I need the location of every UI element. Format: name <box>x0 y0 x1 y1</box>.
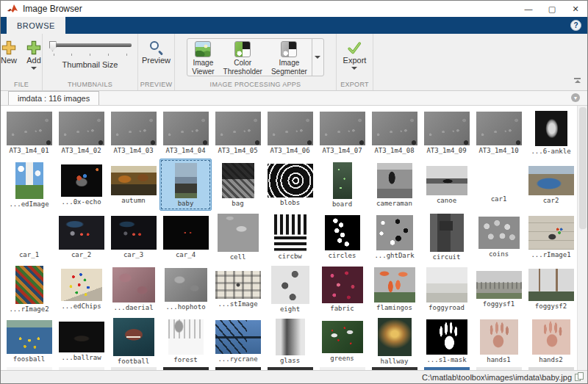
thumbnail-item-daerial[interactable]: ...daerial <box>107 263 159 315</box>
thumbnail-item-at3-1m4-08[interactable]: AT3_1m4_08 <box>368 106 420 159</box>
tab-options-icon[interactable]: ▾ <box>571 93 580 102</box>
image-viewer-button[interactable]: Image Viewer <box>187 39 218 76</box>
thumbnail-item-flamingos[interactable]: flamingos <box>368 263 420 315</box>
thumbnail-image <box>430 214 464 252</box>
thumbnail-image <box>322 267 363 303</box>
thumbnail-item-foggysf2[interactable]: foggysf2 <box>525 263 577 315</box>
apps-gallery-dropdown-button[interactable] <box>312 39 323 76</box>
thumbnail-item-stimage[interactable]: ...stImage <box>212 263 264 315</box>
thumbnail-item-0x-echo[interactable]: ...0x-echo <box>55 159 107 211</box>
image-segmenter-button[interactable]: Image Segmenter <box>267 39 312 76</box>
help-icon[interactable]: ? <box>570 20 581 31</box>
thumbnail-item-car2[interactable]: car2 <box>525 159 577 211</box>
thumbnail-item-football[interactable]: football <box>107 315 159 367</box>
thumbnail-item-blobs[interactable]: blobs <box>264 159 316 211</box>
thumbnail-item-foosball[interactable]: foosball <box>3 315 55 367</box>
thumbnail-item-car-4[interactable]: car_4 <box>159 211 212 263</box>
new-button[interactable]: New <box>0 38 21 66</box>
thumbnail-item-ballraw[interactable]: ...ballraw <box>55 315 107 367</box>
thumbnail-item-car-1[interactable]: car_1 <box>3 211 55 263</box>
thumbnail-item-foggyroad[interactable]: foggyroad <box>420 263 473 315</box>
thumbnail-item-hophoto[interactable]: ...hophoto <box>159 263 212 315</box>
thumbnail-image-partial <box>163 367 209 370</box>
thumbnail-item-edchips[interactable]: ...edChips <box>55 263 107 315</box>
thumbnail-item-hands1[interactable]: hands1 <box>473 315 525 367</box>
thumbnail-label: circbw <box>278 253 302 260</box>
thumbnail-item-6-ankle[interactable]: ...6-ankle <box>525 106 577 159</box>
thumbnail-image <box>111 216 157 250</box>
thumbnail-item-at3-1m4-06[interactable]: AT3_1m4_06 <box>264 106 316 159</box>
preview-button[interactable]: Preview <box>138 38 174 66</box>
thumbnail-item-hallway[interactable]: hallway <box>368 315 420 367</box>
thumbnail-item-cameraman[interactable]: cameraman <box>368 159 420 211</box>
collapse-ribbon-icon[interactable] <box>573 78 581 84</box>
thumbnail-item-fabric[interactable]: fabric <box>316 263 368 315</box>
thumbnail-item-car-2[interactable]: car_2 <box>55 211 107 263</box>
thumbnail-label: ...ghtDark <box>374 252 414 259</box>
slider-thumb[interactable] <box>49 41 57 51</box>
thumbnail-item-canoe[interactable]: canoe <box>420 159 473 211</box>
thumbnail-label: foosball <box>13 355 45 363</box>
thumbnail-label: cameraman <box>376 200 412 207</box>
thumbnail-image <box>374 267 415 303</box>
thumbnail-item-coins[interactable]: coins <box>473 211 525 263</box>
vertical-scrollbar[interactable] <box>577 106 587 370</box>
thumbnail-item-at3-1m4-03[interactable]: AT3_1m4_03 <box>107 106 159 159</box>
close-button[interactable]: ✕ <box>564 1 587 17</box>
thumbnail-item-autumn[interactable]: autumn <box>107 159 159 211</box>
scrollbar-thumb[interactable] <box>579 107 587 229</box>
color-thresholder-button[interactable]: Color Thresholder <box>219 39 267 76</box>
thumbnail-label: hands2 <box>539 356 563 363</box>
color-thresholder-icon <box>234 41 251 57</box>
maximize-button[interactable]: ▢ <box>540 1 564 17</box>
thumbnail-item-glass[interactable]: glass <box>264 315 316 367</box>
thumbnail-label: AT3_1m4_09 <box>426 147 466 154</box>
thumbnail-item-car1[interactable]: car1 <box>473 159 525 211</box>
thumbnail-item-rimage1[interactable]: ...rImage1 <box>525 211 577 263</box>
thumbnail-label: foggysf1 <box>483 300 514 308</box>
thumbnail-label: ...rycrane <box>218 355 257 363</box>
thumbnail-item-circles[interactable]: circles <box>316 211 368 263</box>
thumbnail-item-board[interactable]: board <box>316 159 368 211</box>
thumbnail-item-cell[interactable]: cell <box>212 211 264 263</box>
thumbnail-item-greens[interactable]: greens <box>316 315 368 367</box>
thumbnail-item-circbw[interactable]: circbw <box>264 211 316 263</box>
minimize-button[interactable]: — <box>517 1 540 17</box>
thumbnail-item-edimage[interactable]: ...edImage <box>3 159 55 211</box>
thumbnail-item-eight[interactable]: eight <box>264 263 316 315</box>
thumbnail-item-forest[interactable]: forest <box>159 315 212 367</box>
thumbnail-item-at3-1m4-09[interactable]: AT3_1m4_09 <box>420 106 473 159</box>
thumbnail-item-rycrane[interactable]: ...rycrane <box>212 315 264 367</box>
thumbnail-item-bag[interactable]: bag <box>212 159 264 211</box>
thumbnail-label: ...0x-echo <box>61 198 101 206</box>
thumbnail-item-circuit[interactable]: circuit <box>420 211 473 263</box>
thumbnail-item-car-3[interactable]: car_3 <box>107 211 159 263</box>
tab-browse[interactable]: BROWSE <box>7 17 65 34</box>
thumbnail-item-at3-1m4-04[interactable]: AT3_1m4_04 <box>159 106 212 159</box>
thumbnail-item-at3-1m4-05[interactable]: AT3_1m4_05 <box>212 106 264 159</box>
copy-path-icon[interactable] <box>575 372 584 382</box>
title-bar: Image Browser — ▢ ✕ <box>1 1 587 17</box>
thumbnail-item-at3-1m4-10[interactable]: AT3_1m4_10 <box>473 106 525 159</box>
thumbnail-item-at3-1m4-07[interactable]: AT3_1m4_07 <box>316 106 368 159</box>
thumbnail-label: eight <box>280 305 300 313</box>
export-check-icon <box>346 40 362 56</box>
thumbnail-item-s1-mask[interactable]: ...s1-mask <box>420 315 473 367</box>
thumbnail-item-at3-1m4-01[interactable]: AT3_1m4_01 <box>3 106 55 159</box>
thumbnail-label: ...s1-mask <box>426 356 466 363</box>
thumbnail-item-rimage2[interactable]: ...rImage2 <box>3 263 55 315</box>
slider-track[interactable] <box>49 43 132 47</box>
thumbnail-item-foggysf1[interactable]: foggysf1 <box>473 263 525 315</box>
thumbnail-label: hallway <box>381 358 409 365</box>
thumbnail-item-partial <box>55 367 107 370</box>
export-button[interactable]: Export <box>340 38 370 71</box>
thumbnail-item-baby[interactable]: baby <box>159 159 212 211</box>
tab-imdata[interactable]: imdata : 116 images <box>8 91 99 105</box>
image-segmenter-label-line1: Image <box>279 59 299 68</box>
thumbnail-item-at3-1m4-02[interactable]: AT3_1m4_02 <box>55 106 107 159</box>
add-button-label: Add <box>26 56 41 65</box>
export-button-label: Export <box>343 56 367 65</box>
thumbnail-size-slider[interactable] <box>49 41 132 53</box>
thumbnail-item-ghtdark[interactable]: ...ghtDark <box>368 211 420 263</box>
thumbnail-item-hands2[interactable]: hands2 <box>525 315 577 367</box>
